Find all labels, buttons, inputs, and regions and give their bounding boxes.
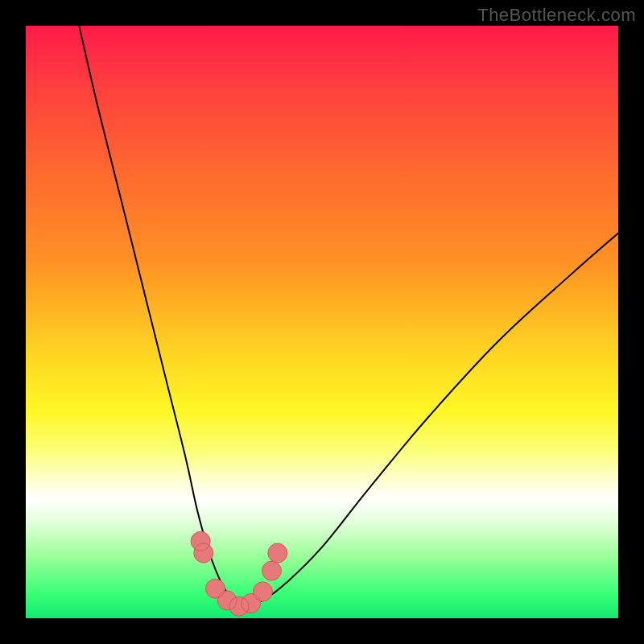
plot-area	[26, 26, 618, 618]
watermark-label: TheBottleneck.com	[477, 5, 636, 26]
chart-frame: TheBottleneck.com	[0, 0, 644, 644]
chart-svg	[26, 26, 618, 618]
curve-path	[79, 26, 618, 607]
marker-blob	[191, 531, 287, 616]
highlight-cluster	[191, 531, 287, 616]
bottleneck-curve	[79, 26, 618, 607]
